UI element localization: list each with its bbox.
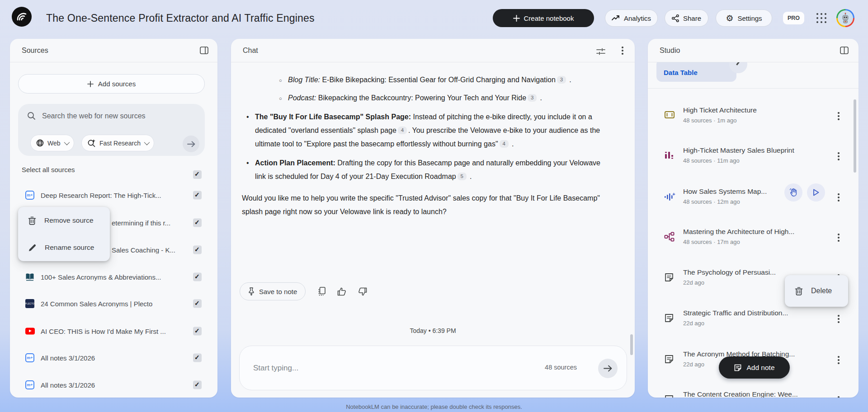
item-more-menu-icon[interactable] bbox=[834, 150, 843, 162]
source-row[interactable]: 100+ Sales Acronyms & Abbreviations... bbox=[10, 266, 217, 288]
item-more-menu-icon[interactable] bbox=[834, 110, 843, 122]
citation-badge[interactable]: 5 bbox=[458, 173, 467, 180]
studio-item-title: Strategic Traffic and Distribution... bbox=[683, 309, 788, 317]
chat-more-menu-icon[interactable] bbox=[618, 45, 627, 56]
logo-arcs-icon bbox=[15, 10, 28, 23]
source-row[interactable]: AI CEO: THIS is How I'd Make My First ..… bbox=[10, 320, 217, 342]
source-checkbox[interactable] bbox=[193, 381, 202, 389]
notebook-doc-icon: m+ bbox=[25, 353, 34, 362]
citation-badge[interactable]: 3 bbox=[528, 94, 537, 102]
list-item: The "Buy It For Life Basecamp" Splash Pa… bbox=[242, 110, 602, 151]
citation-badge[interactable]: 4 bbox=[398, 126, 407, 134]
create-notebook-button[interactable]: Create notebook bbox=[493, 9, 594, 27]
thumbs-up-icon[interactable] bbox=[337, 287, 346, 296]
web-search-box: Web Fast Research bbox=[18, 104, 205, 156]
trash-icon bbox=[795, 286, 803, 295]
collapse-panel-icon[interactable] bbox=[200, 47, 208, 54]
studio-item-row[interactable]: How Sales Systems Map... 48 sources · 12… bbox=[648, 187, 859, 217]
add-note-button[interactable]: Add note bbox=[719, 356, 790, 379]
account-avatar[interactable] bbox=[836, 9, 854, 27]
share-button[interactable]: Share bbox=[665, 9, 708, 27]
studio-item-title: High Ticket Architecture bbox=[683, 106, 757, 114]
analytics-button[interactable]: Analytics bbox=[605, 9, 658, 27]
send-button[interactable] bbox=[598, 359, 618, 378]
studio-item-row[interactable]: Strategic Traffic and Distribution... 22… bbox=[648, 309, 859, 338]
divider bbox=[10, 62, 217, 62]
play-button[interactable] bbox=[807, 183, 825, 201]
studio-item-meta: 48 sources · 12m ago bbox=[683, 198, 740, 205]
select-all-checkbox[interactable] bbox=[193, 170, 202, 179]
interactive-mode-button[interactable] bbox=[784, 183, 802, 201]
item-more-menu-icon[interactable] bbox=[834, 232, 843, 243]
studio-item-row[interactable]: The Content Creation Engine: Wee... bbox=[648, 390, 859, 398]
data-table-label: Data Table bbox=[664, 69, 698, 76]
studio-scroll-area: Data Table High Ticket Architecture 48 s… bbox=[648, 62, 859, 398]
item-more-menu-icon[interactable] bbox=[834, 354, 843, 366]
source-checkbox[interactable] bbox=[193, 300, 202, 308]
studio-item-row[interactable]: High-Ticket Mastery Sales Blueprint 48 s… bbox=[648, 146, 859, 176]
studio-item-title: High-Ticket Mastery Sales Blueprint bbox=[683, 146, 794, 154]
sub-bullet-label: Blog Title: bbox=[288, 76, 320, 84]
sources-panel-title: Sources bbox=[22, 47, 48, 55]
delete-menu-item[interactable]: Delete bbox=[785, 275, 848, 307]
source-checkbox[interactable] bbox=[193, 219, 202, 227]
studio-item-row[interactable]: High Ticket Architecture 48 sources · 1m… bbox=[648, 106, 859, 136]
source-context-menu: Remove source Rename source bbox=[18, 207, 110, 261]
search-submit-button[interactable] bbox=[183, 136, 199, 152]
citation-badge[interactable]: 4 bbox=[500, 140, 509, 148]
source-checkbox[interactable] bbox=[193, 246, 202, 254]
studio-item-row[interactable]: Mastering the Architecture of High... 48… bbox=[648, 227, 859, 257]
source-checkbox[interactable] bbox=[193, 191, 202, 200]
plus-icon bbox=[513, 15, 520, 22]
arrow-right-icon bbox=[604, 365, 612, 372]
trending-up-icon bbox=[612, 14, 620, 22]
source-checkbox[interactable] bbox=[193, 354, 202, 362]
share-label: Share bbox=[683, 14, 701, 22]
settings-button[interactable]: ⚙ Settings bbox=[716, 9, 772, 27]
source-checkbox[interactable] bbox=[193, 327, 202, 336]
chat-settings-icon[interactable] bbox=[596, 47, 605, 56]
research-mode-dropdown[interactable]: Fast Research bbox=[81, 135, 154, 151]
data-table-chip[interactable]: Data Table bbox=[656, 62, 736, 82]
select-all-label: Select all sources bbox=[22, 166, 75, 173]
google-apps-grid-icon[interactable] bbox=[816, 13, 826, 23]
sub-bullet-text: Bikepacking the Backcountry: Powering Yo… bbox=[316, 94, 526, 102]
save-to-note-button[interactable]: Save to note bbox=[240, 282, 306, 300]
add-note-label: Add note bbox=[746, 364, 774, 372]
text: . bbox=[510, 140, 514, 148]
expand-panel-icon[interactable] bbox=[840, 47, 849, 54]
plecto-favicon: PLECTO bbox=[25, 299, 34, 308]
studio-item-title: The Content Creation Engine: Wee... bbox=[683, 390, 798, 398]
item-more-menu-icon[interactable] bbox=[834, 192, 843, 203]
source-title: Deep Research Report: The High-Tick... bbox=[41, 192, 161, 199]
add-sources-button[interactable]: Add sources bbox=[18, 74, 205, 94]
remove-source-label: Remove source bbox=[44, 216, 94, 225]
web-filter-dropdown[interactable]: Web bbox=[30, 135, 74, 151]
globe-icon bbox=[36, 139, 44, 147]
note-icon bbox=[664, 313, 674, 323]
source-row[interactable]: m+ Deep Research Report: The High-Tick..… bbox=[10, 184, 217, 206]
source-row[interactable]: PLECTO 24 Common Sales Acronyms | Plecto bbox=[10, 292, 217, 315]
rename-source-menu-item[interactable]: Rename source bbox=[18, 234, 110, 261]
notebooklm-logo[interactable] bbox=[12, 7, 32, 27]
studio-scrollbar[interactable] bbox=[854, 99, 856, 173]
item-more-menu-icon[interactable] bbox=[834, 313, 843, 325]
chevron-down-icon bbox=[144, 140, 150, 145]
chat-scrollbar[interactable] bbox=[630, 334, 633, 355]
message-actions: Save to note bbox=[240, 282, 367, 300]
source-row[interactable]: m+ All notes 3/1/2026 bbox=[10, 346, 217, 369]
source-row[interactable]: m+ All notes 3/1/2026 bbox=[10, 374, 217, 396]
youtube-icon bbox=[25, 328, 35, 335]
chat-input[interactable] bbox=[253, 346, 488, 390]
source-title: AI CEO: THIS is How I'd Make My First ..… bbox=[41, 328, 166, 335]
thumbs-down-icon[interactable] bbox=[358, 287, 367, 296]
bullet-label: Action Plan Placement: bbox=[255, 159, 335, 167]
copy-icon[interactable] bbox=[317, 287, 326, 296]
assistant-message: Blog Title: E-Bike Bikepacking: Essentia… bbox=[242, 73, 602, 219]
remove-source-menu-item[interactable]: Remove source bbox=[18, 207, 110, 234]
citation-badge[interactable]: 3 bbox=[557, 76, 566, 84]
item-more-menu-icon[interactable] bbox=[834, 394, 843, 398]
list-item: Action Plan Placement: Drafting the copy… bbox=[242, 156, 602, 183]
source-checkbox[interactable] bbox=[193, 273, 202, 281]
search-sources-input[interactable] bbox=[42, 112, 191, 120]
